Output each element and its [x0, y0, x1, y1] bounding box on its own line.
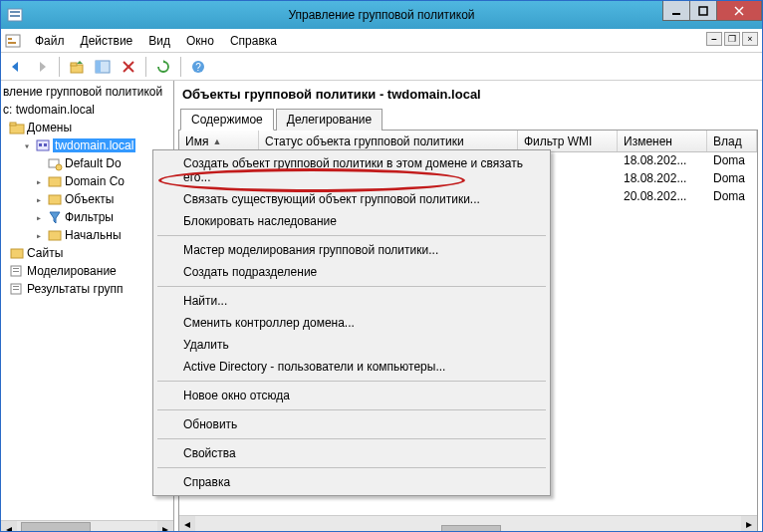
tree-results-label: Результаты групп — [27, 282, 123, 296]
app-icon — [7, 7, 23, 23]
starter-gpo-icon — [47, 227, 63, 243]
svg-rect-21 — [39, 143, 42, 146]
tree-forest[interactable]: с: twdomain.local — [3, 101, 173, 119]
column-modified[interactable]: Изменен — [618, 131, 707, 151]
mdi-restore-button[interactable]: ❐ — [724, 32, 740, 46]
svg-rect-7 — [6, 35, 20, 47]
folder-icon — [9, 120, 25, 135]
svg-rect-31 — [13, 271, 19, 272]
tree-item[interactable]: ▸ Объекты — [3, 190, 173, 208]
ctx-find[interactable]: Найти... — [155, 290, 548, 312]
back-button[interactable] — [5, 56, 27, 78]
scroll-thumb[interactable] — [441, 525, 501, 533]
cell-owner: Doma — [707, 170, 757, 188]
ctx-delete[interactable]: Удалить — [155, 334, 548, 356]
menu-file[interactable]: Файл — [27, 32, 73, 50]
cell-modified: 20.08.202... — [618, 188, 707, 206]
maximize-button[interactable] — [689, 1, 717, 21]
column-owner[interactable]: Влад — [707, 131, 757, 151]
svg-rect-1 — [10, 11, 20, 13]
svg-rect-27 — [49, 231, 61, 240]
ctx-separator — [157, 235, 546, 236]
ctx-refresh[interactable]: Обновить — [155, 413, 548, 435]
column-status[interactable]: Статус объекта групповой политики — [259, 131, 518, 151]
ctx-create-and-link[interactable]: Создать объект групповой политики в этом… — [155, 152, 548, 188]
domain-icon — [35, 137, 51, 153]
tree-root-label: вление групповой политикой — [3, 85, 162, 99]
expander-icon[interactable]: ▾ — [21, 140, 33, 151]
grid-hscrollbar[interactable]: ◂ ▸ — [179, 515, 757, 531]
tree-item[interactable]: ▸ Фильтры — [3, 208, 173, 226]
tree-results[interactable]: Результаты групп — [3, 280, 173, 298]
svg-rect-2 — [10, 15, 20, 17]
ctx-new-ou[interactable]: Создать подразделение — [155, 261, 548, 283]
toolbar-separator — [59, 57, 60, 77]
menu-window[interactable]: Окно — [178, 32, 222, 50]
ctx-help[interactable]: Справка — [155, 471, 548, 493]
tree-domains[interactable]: Домены — [3, 119, 173, 136]
mdi-close-button[interactable]: × — [742, 32, 758, 46]
mmc-icon — [5, 33, 21, 49]
ctx-modeling-wizard[interactable]: Мастер моделирования групповой политики.… — [155, 239, 548, 261]
tree-hscrollbar[interactable]: ◂ ▸ — [1, 520, 173, 532]
gpo-link-icon — [47, 155, 63, 171]
tree-item-label: Начальны — [65, 228, 122, 242]
cell-owner: Doma — [707, 152, 757, 170]
toolbar-separator — [180, 57, 181, 77]
mdi-minimize-button[interactable]: ‒ — [706, 32, 722, 46]
scroll-right-icon[interactable]: ▸ — [157, 521, 173, 533]
svg-rect-13 — [96, 61, 101, 73]
forward-button[interactable] — [31, 56, 53, 78]
svg-rect-22 — [44, 143, 47, 146]
expander-icon[interactable]: ▸ — [33, 230, 45, 241]
expander-icon[interactable]: ▸ — [33, 176, 45, 187]
show-hide-tree-button[interactable] — [92, 56, 114, 78]
tree-sites[interactable]: Сайты — [3, 244, 173, 262]
column-wmi[interactable]: Фильтр WMI — [518, 131, 618, 151]
svg-rect-11 — [71, 63, 77, 66]
tab-delegation[interactable]: Делегирование — [276, 109, 382, 131]
delete-button[interactable] — [118, 56, 139, 78]
scroll-left-icon[interactable]: ◂ — [179, 516, 195, 532]
scroll-left-icon[interactable]: ◂ — [1, 521, 17, 533]
tree-item-label: Default Do — [65, 156, 122, 170]
svg-rect-30 — [13, 268, 19, 269]
minimize-button[interactable] — [662, 1, 690, 21]
tree-item[interactable]: ▸ Начальны — [3, 226, 173, 244]
help-button[interactable]: ? — [187, 56, 209, 78]
ctx-new-window[interactable]: Новое окно отсюда — [155, 385, 548, 406]
ctx-aduc[interactable]: Active Directory - пользователи и компью… — [155, 356, 548, 378]
tree-modeling-label: Моделирование — [27, 264, 117, 278]
tree-item[interactable]: Default Do — [3, 154, 173, 172]
expander-icon[interactable]: ▸ — [33, 194, 45, 205]
menu-help[interactable]: Справка — [222, 32, 285, 50]
menu-view[interactable]: Вид — [140, 32, 178, 50]
tree-forest-label: с: twdomain.local — [3, 103, 95, 117]
column-name[interactable]: Имя ▲ — [179, 131, 259, 151]
ctx-block-inheritance[interactable]: Блокировать наследование — [155, 210, 548, 232]
ou-icon — [47, 173, 63, 189]
svg-rect-28 — [11, 249, 23, 258]
cell-modified: 18.08.202... — [618, 152, 707, 170]
close-button[interactable] — [716, 1, 762, 21]
expander-icon[interactable]: ▸ — [33, 212, 45, 223]
ctx-link-existing[interactable]: Связать существующий объект групповой по… — [155, 188, 548, 210]
tree-modeling[interactable]: Моделирование — [3, 262, 173, 280]
svg-text:?: ? — [195, 62, 201, 73]
toolbar: ? — [1, 53, 762, 81]
menu-action[interactable]: Действие — [73, 32, 141, 50]
tree-root[interactable]: вление групповой политикой — [3, 83, 173, 101]
tree-domain-selected[interactable]: ▾ twdomain.local — [3, 136, 173, 154]
tab-contents[interactable]: Содержимое — [180, 109, 274, 131]
tree-pane: вление групповой политикой с: twdomain.l… — [1, 81, 174, 532]
ctx-properties[interactable]: Свойства — [155, 442, 548, 464]
menu-bar: Файл Действие Вид Окно Справка ‒ ❐ × — [1, 29, 762, 53]
scroll-right-icon[interactable]: ▸ — [741, 516, 757, 532]
tree-item[interactable]: ▸ Domain Co — [3, 172, 173, 190]
svg-rect-34 — [13, 289, 19, 290]
scroll-thumb[interactable] — [21, 522, 91, 533]
ctx-change-dc[interactable]: Сменить контроллер домена... — [155, 312, 548, 334]
window-title: Управление групповой политикой — [288, 8, 474, 22]
up-button[interactable] — [66, 56, 88, 78]
refresh-button[interactable] — [152, 56, 174, 78]
